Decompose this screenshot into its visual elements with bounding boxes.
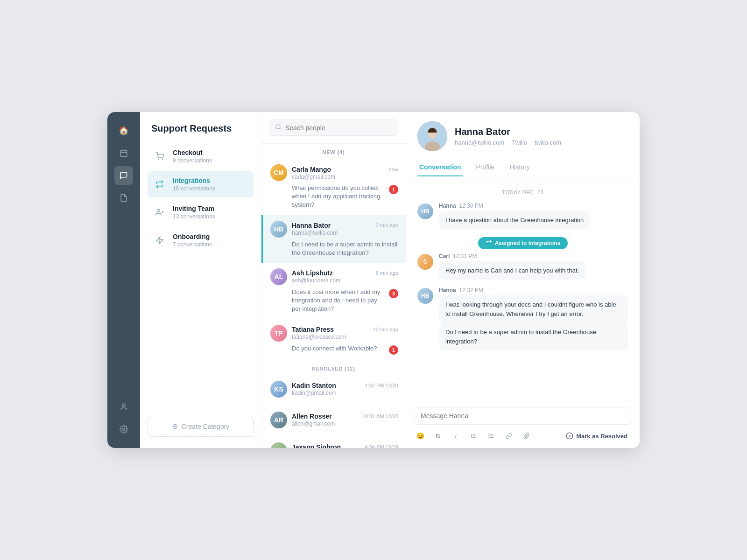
nav-home[interactable]: 🏠 xyxy=(114,121,133,140)
search-input[interactable] xyxy=(285,124,392,132)
checkout-name: Checkout xyxy=(173,149,249,156)
conv-time-carla: now xyxy=(389,167,398,172)
conv-email-carla: carla@gmail.com xyxy=(292,174,398,180)
svg-point-5 xyxy=(123,428,125,431)
conv-email-hanna: hanna@twilio.com xyxy=(292,230,398,236)
conversation-item-carla[interactable]: CM Carla Mango now carla@gmail.com What … xyxy=(261,159,406,215)
svg-point-23 xyxy=(489,434,489,434)
category-item-onboarding[interactable]: Onboarding 7 conversations xyxy=(148,227,254,253)
svg-point-6 xyxy=(158,159,159,160)
tab-conversation[interactable]: Conversation xyxy=(417,159,463,176)
conversation-item-kadin[interactable]: KS Kadin Stanton 1:32 PM 12/20 kadin@gma… xyxy=(261,375,406,406)
user-meta-row: hanna@twilio.com Twilio twilio.com xyxy=(455,139,628,146)
tabs-row: Conversation Profile History xyxy=(417,159,628,176)
msg-meta-hanna-2: Hanna 12:32 PM xyxy=(439,287,628,294)
svg-line-13 xyxy=(280,128,281,130)
nav-settings[interactable] xyxy=(114,420,133,439)
conv-name-ash: Ash Lipshutz xyxy=(292,269,333,277)
search-wrapper[interactable] xyxy=(269,119,398,136)
msg-bubble-hanna-2b: Do I need to be a super admin to install… xyxy=(439,323,628,350)
conv-name-hanna: Hanna Bator xyxy=(292,222,331,229)
plus-icon: ⊕ xyxy=(172,422,178,431)
onboarding-icon xyxy=(152,233,167,248)
conv-time-ash: 6 min ago xyxy=(376,270,398,276)
category-item-integrations[interactable]: Integrations 16 conversations xyxy=(148,171,254,197)
avatar-jaxson: JS xyxy=(270,442,287,448)
avatar-hanna: HB xyxy=(270,221,287,238)
conversation-item-jaxson[interactable]: JS Jaxson Siphron 4:34 PM 12/19 cooper@g… xyxy=(261,437,406,448)
msg-bubble-hanna-2a: I was looking through your docs and I co… xyxy=(439,295,628,323)
conv-email-kadin: kadin@gmail.com xyxy=(292,390,398,396)
unordered-list-button[interactable] xyxy=(485,429,498,442)
date-divider: TODAY DEC. 23 xyxy=(417,189,628,195)
msg-content-hanna-1: Hanna 12:30 PM I have a question about t… xyxy=(439,203,628,230)
nav-docs[interactable] xyxy=(114,189,133,207)
conv-email-tatiana: tatiana@pressco.com xyxy=(292,334,398,340)
conv-preview-hanna: Do I need to be a super admin to install… xyxy=(292,240,398,257)
category-panel: Support Requests Checkout 9 conversation… xyxy=(140,112,261,448)
user-company: Twilio xyxy=(512,139,527,146)
tab-profile[interactable]: Profile xyxy=(474,159,496,176)
inviting-team-count: 13 conversations xyxy=(173,213,249,220)
conversation-item-hanna[interactable]: HB Hanna Bator 3 min ago hanna@twilio.co… xyxy=(261,215,406,263)
nav-chat[interactable] xyxy=(114,166,133,185)
create-category-button[interactable]: ⊕ Create Category xyxy=(148,416,254,437)
bold-button[interactable]: B xyxy=(431,429,444,442)
search-icon xyxy=(275,124,282,132)
conv-time-jaxson: 4:34 PM 12/19 xyxy=(365,444,398,448)
svg-point-24 xyxy=(489,435,489,436)
detail-header: Hanna Bator hanna@twilio.com Twilio twil… xyxy=(406,112,640,176)
create-category-label: Create Category xyxy=(182,423,230,430)
attachment-button[interactable] xyxy=(520,429,533,442)
nav-profile[interactable] xyxy=(114,398,133,416)
category-item-checkout[interactable]: Checkout 9 conversations xyxy=(148,143,254,169)
resolve-label: Mark as Resolved xyxy=(576,433,627,440)
svg-point-25 xyxy=(489,437,489,438)
svg-point-12 xyxy=(276,125,280,129)
category-item-inviting-team[interactable]: Inviting Team 13 conversations xyxy=(148,199,254,225)
msg-meta-hanna-1: Hanna 12:30 PM xyxy=(439,203,628,209)
inviting-team-name: Inviting Team xyxy=(173,205,249,212)
conv-name-allen: Allen Rosser xyxy=(292,413,332,420)
emoji-button[interactable]: 😊 xyxy=(414,429,427,442)
user-website: twilio.com xyxy=(535,139,561,146)
checkout-icon xyxy=(152,149,167,164)
link-button[interactable] xyxy=(502,429,515,442)
avatar-kadin: KS xyxy=(270,381,287,398)
svg-marker-11 xyxy=(156,237,163,244)
message-row-hanna-2: HB Hanna 12:32 PM I was looking through … xyxy=(417,287,628,350)
conversation-item-tatiana[interactable]: TP Tatiana Press 10 min ago tatiana@pres… xyxy=(261,319,406,360)
conversations-panel: NEW (4) CM Carla Mango now carla@gmail.c… xyxy=(261,112,406,448)
integrations-name: Integrations xyxy=(173,177,249,184)
assigned-label: Assigned to Integrations xyxy=(495,240,561,246)
conversation-item-ash[interactable]: AL Ash Lipshutz 6 min ago ash@founders.c… xyxy=(261,263,406,319)
conv-badge-tatiana: 1 xyxy=(389,345,398,355)
sidebar-nav: 🏠 xyxy=(107,112,140,448)
messages-area: TODAY DEC. 23 HB Hanna 12:30 PM I have a… xyxy=(406,176,640,401)
msg-content-carl: Carl 12:31 PM Hey my name is Carl and I … xyxy=(439,253,628,280)
avatar-allen: AR xyxy=(270,412,287,428)
ordered-list-button[interactable] xyxy=(467,429,480,442)
new-section-label: NEW (4) xyxy=(261,144,406,159)
tab-history[interactable]: History xyxy=(507,159,532,176)
mark-as-resolved-button[interactable]: Mark as Resolved xyxy=(561,429,632,442)
italic-button[interactable]: I xyxy=(449,429,462,442)
avatar-carla: CM xyxy=(270,164,287,181)
msg-avatar-hanna-2: HB xyxy=(417,288,433,304)
avatar-ash: AL xyxy=(270,268,287,285)
svg-rect-0 xyxy=(120,150,127,157)
conv-badge-carla: 1 xyxy=(389,185,398,194)
conversation-item-allen[interactable]: AR Allen Rosser 10:31 AM 12/20 allen@gma… xyxy=(261,406,406,437)
onboarding-count: 7 conversations xyxy=(173,241,249,248)
message-row-carl: C Carl 12:31 PM Hey my name is Carl and … xyxy=(417,253,628,280)
integrations-icon xyxy=(152,177,167,192)
conv-name-jaxson: Jaxson Siphron xyxy=(292,443,341,448)
checkout-count: 9 conversations xyxy=(173,157,249,164)
nav-calendar[interactable] xyxy=(114,144,133,162)
conv-preview-ash: Does it cost more when I add my integrat… xyxy=(292,288,385,314)
conv-name-carla: Carla Mango xyxy=(292,166,331,173)
msg-bubble-hanna-1: I have a question about the Greenhouse i… xyxy=(439,211,590,230)
inviting-team-icon xyxy=(152,205,167,220)
message-input[interactable] xyxy=(414,407,632,425)
msg-meta-carl: Carl 12:31 PM xyxy=(439,253,628,259)
